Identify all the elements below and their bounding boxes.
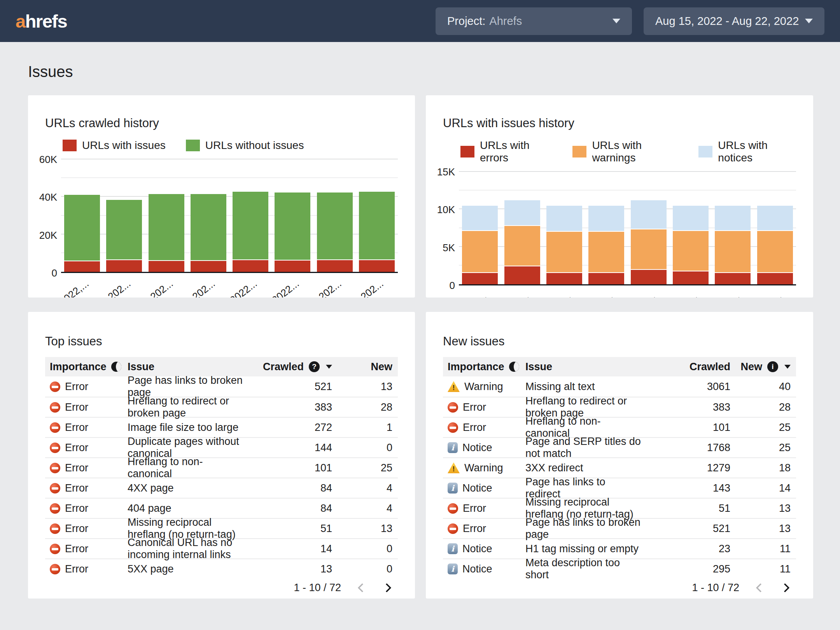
importance-label: Error	[65, 563, 88, 575]
legend-label: URLs with issues	[82, 139, 166, 152]
crawled-number: 1279	[707, 462, 730, 474]
header-issue-label: Issue	[525, 361, 552, 373]
table-row[interactable]: ErrorHreflang to redirect or broken page…	[443, 397, 796, 417]
table-row[interactable]: ErrorPage has links to broken page52113	[45, 376, 398, 397]
table-row[interactable]: ErrorHreflang to non-canonical10125	[45, 457, 398, 478]
table-row[interactable]: Warning3XX redirect127918	[443, 457, 796, 478]
bars	[61, 159, 398, 272]
table-row[interactable]: ErrorImage file size too large2721	[45, 417, 398, 437]
new-help-icon: i	[767, 361, 778, 372]
new-number: 0	[387, 563, 392, 575]
stacked-bar	[233, 159, 268, 272]
issue-label: Canonical URL has no incoming internal l…	[128, 537, 245, 561]
top-issues-card: Top issues ImportanceIssueCrawled?NewErr…	[28, 312, 415, 598]
importance-cell: Notice	[448, 482, 525, 494]
header-importance[interactable]: Importance	[50, 361, 128, 373]
issue-label: 4XX page	[128, 482, 174, 494]
header-importance[interactable]: Importance	[448, 361, 525, 373]
y-tick-label: 0	[450, 280, 455, 292]
header-issue[interactable]: Issue	[128, 361, 245, 373]
y-tick-label: 15K	[437, 166, 455, 178]
project-dropdown-label: Project:	[447, 15, 485, 28]
crawled-value: 144	[245, 442, 332, 454]
stacked-bar	[673, 172, 709, 284]
sort-descending-icon[interactable]	[326, 365, 332, 369]
header-issue[interactable]: Issue	[525, 361, 643, 373]
table-row[interactable]: ErrorPage has links to broken page52113	[443, 518, 796, 538]
previous-page-icon[interactable]	[756, 583, 765, 592]
error-icon	[448, 422, 458, 433]
stacked-bar	[149, 159, 184, 272]
previous-page-icon[interactable]	[357, 583, 367, 592]
table-row[interactable]: NoticePage and SERP titles do not match1…	[443, 437, 796, 457]
crawled-value: 1279	[643, 462, 730, 474]
new-number: 4	[387, 482, 392, 494]
error-icon	[50, 402, 60, 413]
notice-icon	[448, 442, 458, 453]
date-range-dropdown[interactable]: Aug 15, 2022 - Aug 22, 2022	[644, 7, 824, 35]
new-number: 0	[387, 543, 392, 555]
table-row[interactable]: Error4XX page844	[45, 478, 398, 498]
table-row[interactable]: ErrorMissing reciprocal hreflang (no ret…	[45, 518, 398, 538]
project-dropdown[interactable]: Project: Ahrefs	[436, 7, 632, 35]
next-page-icon[interactable]	[780, 583, 789, 592]
notice-icon	[448, 543, 458, 554]
table-row[interactable]: NoticeH1 tag missing or empty2311	[443, 538, 796, 558]
bars	[459, 172, 796, 284]
bar-slot	[356, 159, 398, 272]
header-new[interactable]: Newi	[730, 361, 791, 373]
bar-segment-urls-with-notices	[715, 206, 751, 231]
crawled-number: 144	[315, 442, 332, 454]
new-number: 14	[779, 482, 791, 494]
error-icon	[50, 483, 60, 494]
urls-crawled-history-card: URLs crawled history URLs with issuesURL…	[28, 95, 415, 298]
issue-cell: H1 tag missing or empty	[525, 543, 643, 555]
ahrefs-logo[interactable]: ahrefs	[16, 10, 67, 32]
next-page-icon[interactable]	[382, 583, 391, 592]
importance-label: Notice	[462, 543, 492, 555]
table-row[interactable]: ErrorDuplicate pages without canonical14…	[45, 437, 398, 457]
header-crawled[interactable]: Crawled?	[245, 361, 332, 373]
stacked-bar	[462, 172, 498, 284]
new-value: 11	[730, 543, 791, 555]
importance-label: Warning	[464, 462, 503, 474]
importance-cell: Warning	[448, 462, 525, 474]
table-row[interactable]: NoticePage has links to redirect14314	[443, 478, 796, 498]
error-icon	[50, 564, 60, 574]
table-row[interactable]: ErrorCanonical URL has no incoming inter…	[45, 538, 398, 558]
crawled-value: 101	[245, 462, 332, 474]
importance-label: Error	[65, 482, 88, 494]
bar-segment-urls-without-issues	[233, 192, 268, 260]
table-row[interactable]: ErrorMissing reciprocal hreflang (no ret…	[443, 498, 796, 518]
crawled-value: 23	[643, 543, 730, 555]
bar-segment-urls-with-warnings	[504, 226, 540, 266]
crawled-value: 383	[245, 401, 332, 413]
new-issues-table: ImportanceIssueCrawledNewiWarningMissing…	[443, 357, 796, 579]
header-crawled[interactable]: Crawled	[643, 361, 730, 373]
crawled-value: 521	[643, 523, 730, 535]
warning-icon	[448, 462, 460, 473]
stacked-bar	[757, 172, 793, 284]
error-icon	[50, 523, 60, 534]
header-new[interactable]: New	[332, 361, 392, 373]
importance-cell: Notice	[448, 563, 525, 575]
bar-segment-urls-with-errors	[673, 271, 709, 284]
issue-cell: Meta description too short	[525, 557, 643, 581]
new-number: 25	[779, 442, 791, 454]
table-row[interactable]: ErrorHreflang to redirect or broken page…	[45, 397, 398, 417]
importance-cell: Error	[448, 401, 525, 413]
table-row[interactable]: Error5XX page130	[45, 558, 398, 579]
stacked-bar	[191, 159, 226, 272]
importance-cell: Error	[448, 502, 525, 514]
table-row[interactable]: NoticeMeta description too short29511	[443, 558, 796, 579]
importance-cell: Error	[50, 381, 128, 393]
table-row[interactable]: Error404 page844	[45, 498, 398, 518]
crawled-number: 383	[315, 401, 332, 413]
header-importance-label: Importance	[448, 361, 504, 373]
table-row[interactable]: WarningMissing alt text306140	[443, 376, 796, 397]
table-row[interactable]: ErrorHreflang to non-canonical10125	[443, 417, 796, 437]
issue-label: Hreflang to non-canonical	[128, 456, 245, 480]
sort-descending-icon[interactable]	[784, 365, 791, 369]
crawled-help-icon: ?	[309, 361, 320, 372]
importance-cell: Error	[448, 422, 525, 434]
